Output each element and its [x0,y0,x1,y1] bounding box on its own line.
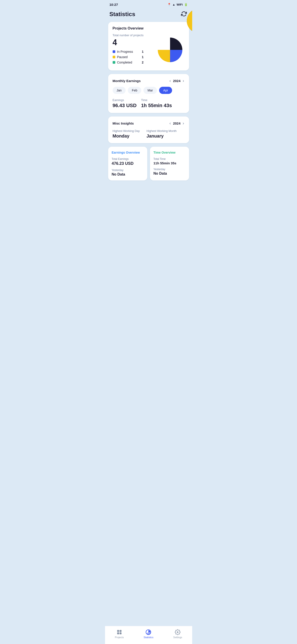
month-tab-mar[interactable]: Mar [143,87,157,94]
legend-paused: Paused 1 [113,55,144,59]
highest-day-col: Highest Working Day Monday [113,129,140,139]
total-time-label: Total Time [154,158,186,160]
projects-card-title: Projects Overview [113,26,185,30]
in-progress-label: In Progress [117,50,140,54]
projects-stats: Total number of projects 4 In Progress 1… [113,34,144,66]
completed-value: 2 [142,60,143,64]
total-earnings-label: Total Earnings [112,158,144,160]
insights-year-label: 2024 [173,122,180,125]
in-progress-dot [113,50,115,53]
misc-insights-card: Misc Insights ‹ 2024 › Highest Working D… [108,116,189,143]
total-earnings-value: 476.23 USD [112,161,144,166]
earnings-label: Earnings [113,98,137,102]
status-icons: 📍 ▲ WiFi 🔋 [167,3,188,6]
time-yesterday-value: No Data [154,172,186,176]
year-label: 2024 [173,79,180,83]
earnings-details: Earnings 96.43 USD Time 1h 55min 43s [113,98,185,108]
in-progress-value: 1 [142,50,143,54]
month-tab-apr[interactable]: Apr [159,87,172,94]
paused-value: 1 [142,55,143,59]
highest-day-value: Monday [113,134,140,139]
total-projects-count: 4 [113,38,144,47]
month-tabs: Jan Feb Mar Apr [113,87,185,94]
wifi-icon: WiFi [177,3,183,6]
insights-details: Highest Working Day Monday Highest Worki… [113,129,185,139]
highest-month-col: Highest Working Month January [146,129,177,139]
time-col: Time 1h 55min 43s [141,98,172,108]
pin-icon: 📍 [167,3,171,6]
total-projects-label: Total number of projects [113,34,144,37]
highest-month-label: Highest Working Month [146,129,177,132]
battery-icon: 🔋 [184,3,188,6]
page-header: Statistics [105,8,192,22]
page-title: Statistics [109,11,135,18]
monthly-earnings-card: Monthly Earnings ‹ 2024 › Jan Feb Mar Ap… [108,74,189,113]
paused-label: Paused [117,55,140,59]
year-navigation: ‹ 2024 › [169,78,184,83]
earnings-value: 96.43 USD [113,103,137,108]
pie-blue-segment [170,50,182,62]
signal-icon: ▲ [172,3,175,6]
prev-year-button[interactable]: ‹ [169,78,171,83]
monthly-earnings-title: Monthly Earnings [113,79,141,83]
time-overview-title: Time Overview [154,151,186,154]
pie-yellow-segment [158,50,170,62]
earnings-amount-col: Earnings 96.43 USD [113,98,137,108]
earnings-overview-title: Earnings Overview [112,151,144,154]
status-bar: 10:27 📍 ▲ WiFi 🔋 [105,0,192,8]
completed-label: Completed [117,60,140,64]
overview-cards-row: Earnings Overview Total Earnings 476.23 … [108,147,189,180]
legend-completed: Completed 2 [113,60,144,64]
time-label: Time [141,98,172,102]
total-time-value: 11h 55min 35s [154,161,186,165]
projects-overview-content: Total number of projects 4 In Progress 1… [113,34,185,66]
misc-insights-title: Misc Insights [113,122,134,125]
insights-prev-year-button[interactable]: ‹ [169,121,171,126]
pie-chart [156,35,185,64]
pie-dark-segment [170,38,182,50]
earnings-yesterday-value: No Data [112,172,144,176]
earnings-yesterday-label: Yesterday [112,168,144,172]
month-tab-feb[interactable]: Feb [128,87,141,94]
insights-next-year-button[interactable]: › [182,121,185,126]
next-year-button[interactable]: › [182,78,185,83]
monthly-earnings-header: Monthly Earnings ‹ 2024 › [113,78,185,83]
time-value: 1h 55min 43s [141,103,172,108]
completed-dot [113,61,115,64]
month-tab-jan[interactable]: Jan [113,87,126,94]
time-overview-card: Time Overview Total Time 11h 55min 35s Y… [150,147,189,180]
highest-month-value: January [146,134,177,139]
misc-insights-header: Misc Insights ‹ 2024 › [113,121,185,126]
pie-chart-overlay [185,6,192,35]
legend-in-progress: In Progress 1 [113,50,144,54]
status-time: 10:27 [109,3,118,6]
insights-year-navigation: ‹ 2024 › [169,121,184,126]
paused-dot [113,56,115,58]
highest-day-label: Highest Working Day [113,129,140,132]
projects-overview-card: Projects Overview Total number of projec… [108,22,189,70]
earnings-overview-card: Earnings Overview Total Earnings 476.23 … [108,147,147,180]
time-yesterday-label: Yesterday [154,168,186,171]
